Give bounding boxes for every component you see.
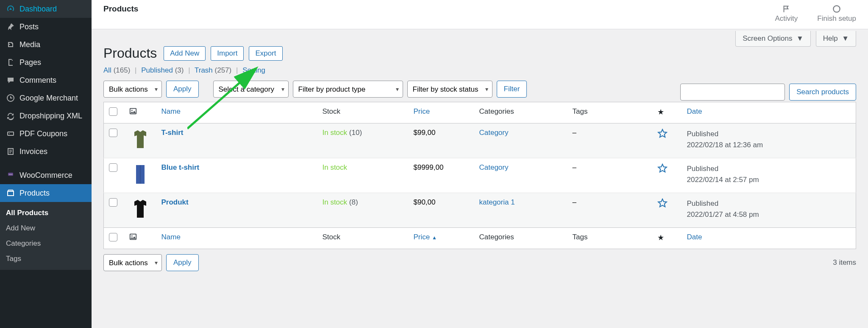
sort-by-name[interactable]: Name [161, 233, 181, 241]
finish-setup-button[interactable]: Finish setup [817, 4, 856, 23]
sidebar-item-dropshipping[interactable]: Dropshipping XML [0, 107, 92, 125]
product-price: $99,00 [409, 123, 474, 158]
sidebar-label: Dropshipping XML [19, 112, 82, 121]
product-category-link[interactable]: Category [479, 129, 509, 137]
sidebar-label: Pages [19, 58, 41, 67]
main-content: Products Activity Finish setup Screen Op… [92, 0, 868, 328]
row-checkbox[interactable] [109, 163, 117, 172]
product-category-link[interactable]: kategoria 1 [479, 198, 515, 206]
tags-header: Tags [568, 228, 652, 249]
activity-button[interactable]: Activity [775, 4, 798, 23]
product-name-link[interactable]: Produkt [161, 198, 189, 206]
sidebar-label: Media [19, 40, 40, 49]
sidebar-item-invoices[interactable]: Invoices [0, 143, 92, 160]
sidebar-item-dashboard[interactable]: Dashboard [0, 0, 92, 18]
sidebar-item-pdf-coupons[interactable]: PDF Coupons [0, 125, 92, 143]
select-all-checkbox-bottom[interactable] [109, 233, 117, 241]
featured-toggle[interactable] [657, 200, 668, 210]
sort-by-date[interactable]: Date [687, 107, 702, 115]
import-button[interactable]: Import [211, 46, 244, 61]
help-button[interactable]: Help ▼ [816, 31, 856, 47]
svg-rect-13 [141, 165, 145, 184]
sidebar-label: Invoices [19, 147, 47, 156]
product-name-link[interactable]: Blue t-shirt [161, 163, 200, 171]
stock-status-filter-select[interactable]: Filter by stock status [407, 81, 492, 98]
sidebar-sub-all-products[interactable]: All Products [0, 205, 92, 221]
product-tags: – [568, 193, 652, 228]
sort-by-price[interactable]: Price [414, 107, 430, 115]
sidebar-item-media[interactable]: Media [0, 36, 92, 53]
filter-button[interactable]: Filter [497, 81, 527, 98]
row-checkbox[interactable] [109, 129, 117, 137]
table-row: Produkt In stock (8) $90,00 kategoria 1 … [104, 193, 856, 228]
apply-bulk-button-bottom[interactable]: Apply [166, 254, 199, 271]
page-icon [6, 58, 15, 67]
sidebar-item-pages[interactable]: Pages [0, 53, 92, 71]
product-price: $90,00 [409, 193, 474, 228]
product-thumbnail[interactable] [129, 129, 151, 151]
export-button[interactable]: Export [249, 46, 282, 61]
category-filter-select[interactable]: Select a category [213, 81, 289, 98]
sidebar-item-posts[interactable]: Posts [0, 18, 92, 36]
featured-toggle[interactable] [657, 165, 668, 176]
product-date: Published2022/02/18 at 12:36 am [682, 123, 856, 158]
product-thumbnail[interactable] [129, 198, 151, 220]
svg-point-16 [131, 235, 132, 237]
featured-toggle[interactable] [657, 130, 668, 141]
flag-icon [775, 4, 798, 14]
row-checkbox[interactable] [109, 198, 117, 207]
featured-column-icon: ★ [657, 233, 664, 242]
bulk-actions-select-bottom[interactable]: Bulk actions [103, 254, 162, 271]
sidebar-submenu: All Products Add New Categories Tags [0, 202, 92, 270]
search-input[interactable] [680, 84, 785, 101]
add-new-button[interactable]: Add New [164, 46, 206, 61]
sidebar-label: Products [19, 189, 50, 198]
product-category-link[interactable]: Category [479, 163, 509, 171]
screen-options-button[interactable]: Screen Options ▼ [735, 31, 810, 47]
sidebar-label: Comments [19, 76, 56, 85]
search-button[interactable]: Search products [789, 84, 856, 101]
view-all[interactable]: All [103, 66, 111, 74]
image-column-icon [129, 107, 137, 117]
sidebar-label: Dashboard [19, 5, 57, 14]
sidebar-label: WooCommerce [19, 171, 72, 180]
view-sorting[interactable]: Sorting [242, 66, 265, 74]
stock-qty: (10) [349, 129, 362, 137]
sidebar-item-google-merchant[interactable]: Google Merchant [0, 89, 92, 107]
sidebar-item-comments[interactable]: Comments [0, 71, 92, 89]
apply-bulk-button[interactable]: Apply [166, 81, 199, 98]
svg-point-2 [9, 133, 10, 134]
featured-column-icon: ★ [657, 108, 664, 116]
view-trash[interactable]: Trash [195, 66, 213, 74]
sidebar-sub-categories[interactable]: Categories [0, 236, 92, 251]
view-published[interactable]: Published [141, 66, 173, 74]
media-icon [6, 40, 15, 49]
sidebar-sub-tags[interactable]: Tags [0, 251, 92, 266]
sidebar-label: Google Merchant [19, 94, 78, 103]
product-date: Published2022/02/14 at 2:57 pm [682, 158, 856, 193]
bulk-actions-select[interactable]: Bulk actions [103, 81, 162, 98]
sidebar-item-products[interactable]: Products [0, 184, 92, 202]
product-name-link[interactable]: T-shirt [161, 129, 184, 137]
coupon-icon [6, 129, 15, 138]
products-icon [6, 188, 15, 198]
sort-by-price[interactable]: Price ▲ [414, 233, 437, 241]
page-title: Products [103, 45, 157, 61]
sidebar-sub-add-new[interactable]: Add New [0, 221, 92, 236]
stock-header: Stock [317, 228, 409, 249]
sort-by-name[interactable]: Name [161, 107, 181, 115]
select-all-checkbox[interactable] [109, 107, 117, 116]
circle-icon [817, 4, 856, 14]
product-type-filter-select[interactable]: Filter by product type [293, 81, 403, 98]
top-bar: Products Activity Finish setup [92, 0, 868, 29]
sidebar-label: PDF Coupons [19, 129, 67, 138]
svg-point-7 [833, 6, 840, 12]
product-tags: – [568, 158, 652, 193]
sidebar-item-woocommerce[interactable]: woo WooCommerce [0, 166, 92, 184]
svg-rect-12 [136, 165, 140, 184]
product-thumbnail[interactable] [129, 163, 151, 185]
sidebar-label: Posts [19, 22, 39, 31]
svg-rect-1 [8, 132, 14, 135]
invoice-icon [6, 147, 15, 156]
sort-by-date[interactable]: Date [687, 233, 702, 241]
